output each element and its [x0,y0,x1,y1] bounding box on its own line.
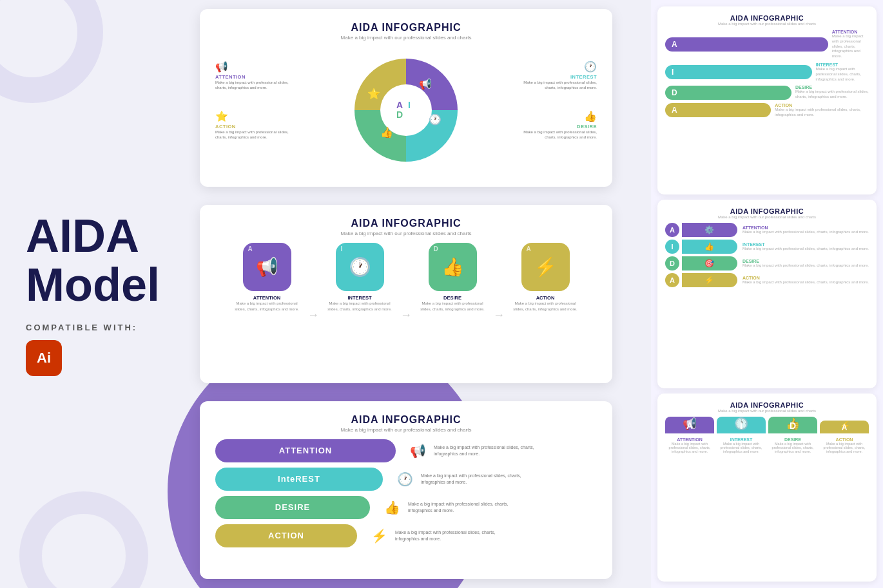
step-desire-desc: Make a big impact with professional slid… [417,301,488,312]
slide-1-pie: AIDA INFOGRAPHIC Make a big impact with … [200,9,612,187]
bar-desire-label: DESIRE [275,502,310,512]
action-icon: ⭐ [215,110,299,122]
step-attention-label: ATTENTION [253,295,280,301]
slide2-title: AIDA INFOGRAPHIC [351,218,461,229]
mini-pill-d: 🎯 [682,256,737,270]
step-attention-desc: Make a big impact with professional slid… [231,301,302,312]
step-action-box: A ⚡ [521,243,570,291]
cylinder-desire: D DESIRE Make a big impact with professi… [665,85,869,100]
svg-text:👍: 👍 [380,126,393,138]
right1-title: AIDA INFOGRAPHIC [665,14,869,22]
ai-badge: Ai [26,340,62,376]
right2-subtitle: Make a big impact with our professional … [665,215,869,219]
svg-text:D: D [396,109,403,120]
interest-label-group: 🕐 INTEREST Make a big impact with profes… [513,61,597,91]
slide-2-steps: AIDA INFOGRAPHIC Make a big impact with … [200,205,612,383]
svg-text:⭐: ⭐ [367,88,380,100]
cylinder-interest: I INTEREST Make a big impact with profes… [665,62,869,82]
mini-pill-a1-labels: ATTENTION Make a big impact with profess… [742,225,869,235]
svg-text:📢: 📢 [419,78,432,90]
step-interest-desc: Make a big impact with professional slid… [324,301,395,312]
slide2-subtitle: Make a big impact with our professional … [341,231,472,236]
col-label-a: ATTENTION Make a big impact with profess… [665,437,714,453]
bar-action-text: Make a big impact with professional slid… [395,529,498,542]
bar-desire-text: Make a big impact with professional slid… [408,501,511,514]
mini-circle-d: D [665,256,679,270]
step-desire: D 👍 DESIRE Make a big impact with profes… [417,243,488,312]
step-desire-label: DESIRE [443,295,461,301]
bar-action-pill: ACTION [215,524,357,547]
col-labels-row: ATTENTION Make a big impact with profess… [665,437,869,453]
bar-action-icon: ⚡ [371,528,387,544]
interest-text: Make a big impact with professional slid… [513,80,597,91]
col-box-a: 📢 A [665,417,714,433]
slide3-title: AIDA INFOGRAPHIC [351,414,461,426]
arrow-3: → [493,308,505,322]
action-text: Make a big impact with professional slid… [215,129,299,140]
slide1-left-labels: 📢 ATTENTION Make a big impact with profe… [215,61,299,160]
left-panel: AIDAModel COMPATIBLE WITH: Ai [0,0,187,588]
right1-subtitle: Make a big impact with our professional … [665,22,869,26]
bar-attention-icon: 📢 [410,443,426,459]
svg-text:I: I [408,100,411,110]
attention-text: Make a big impact with professional slid… [215,80,299,91]
col-box-a2: ⚡ A [820,421,869,433]
col-box-d: 👍 D [768,417,817,433]
mini-pill-action: A ⚡ ACTION Make a big impact with profes… [665,273,869,287]
step-attention: A 📢 ATTENTION Make a big impact with pro… [231,243,302,312]
mini-pill-a2: ⚡ [682,273,737,287]
bar-interest: InteREST 🕐 Make a big impact with profes… [215,468,597,491]
col-box-i: 🕐 I [717,417,766,433]
step-interest-box: I 🕐 [336,243,384,291]
col-i: 🕐 I [717,417,766,433]
cylinder-action: A ACTION Make a big impact with professi… [665,103,869,118]
action-label-group: ⭐ ACTION Make a big impact with professi… [215,110,299,140]
right-mini-slide-2: AIDA INFOGRAPHIC Make a big impact with … [657,200,877,388]
svg-text:A: A [396,100,403,110]
col-label-i: INTEREST Make a big impact with professi… [717,437,766,453]
mini-pill-desire: D 🎯 DESIRE Make a big impact with profes… [665,256,869,270]
bar-attention-text: Make a big impact with professional slid… [434,444,537,457]
mini-circle-i: I [665,240,679,254]
mini-circle-a1: A [665,223,679,237]
mini-pill-i: 👍 [682,240,737,254]
step-attention-box: A 📢 [243,243,291,291]
compatible-label: COMPATIBLE WITH: [26,323,137,332]
desire-title: DESIRE [513,124,597,129]
cylinder-action: A [665,103,771,117]
mini-pill-interest: I 👍 INTEREST Make a big impact with prof… [665,240,869,254]
action-title: ACTION [215,124,299,129]
desire-label-group: 👍 DESIRE Make a big impact with professi… [513,110,597,140]
bar-interest-text: Make a big impact with professional slid… [421,473,524,486]
right2-title: AIDA INFOGRAPHIC [665,207,869,215]
cylinder-attention: A ATTENTION Make a big impact with profe… [665,30,869,59]
svg-text:🕐: 🕐 [429,113,442,126]
right-mini-slide-3: AIDA INFOGRAPHIC Make a big impact with … [657,394,877,582]
slide1-pie-chart: A I D 📢 🕐 👍 ⭐ [348,52,464,168]
mini-circle-a2: A [665,273,679,287]
step-interest: I 🕐 INTEREST Make a big impact with prof… [324,243,395,312]
cylinder-action-labels: ACTION Make a big impact with profession… [775,103,869,118]
col-a: 📢 A [665,417,714,433]
interest-icon: 🕐 [513,61,597,73]
right-panel: AIDA INFOGRAPHIC Make a big impact with … [651,0,883,588]
arrow-2: → [400,308,412,322]
slide1-content: 📢 ATTENTION Make a big impact with profe… [215,46,597,174]
bar-interest-icon: 🕐 [397,471,413,487]
col-label-d: DESIRE Make a big impact with profession… [768,437,817,453]
right-mini-slide-1: AIDA INFOGRAPHIC Make a big impact with … [657,6,877,194]
bar-desire-pill: DESIRE [215,496,370,519]
mini-pill-i-labels: INTEREST Make a big impact with professi… [742,242,869,252]
slide1-subtitle: Make a big impact with our professional … [341,35,472,41]
cylinder-a-labels: ATTENTION Make a big impact with profess… [832,30,869,59]
bar-action-label: ACTION [268,531,304,540]
col-label-a2: ACTION Make a big impact with profession… [820,437,869,453]
slide1-title: AIDA INFOGRAPHIC [351,22,461,33]
cylinder-d: D [665,86,791,100]
bar-desire-icon: 👍 [384,500,400,515]
bar-interest-label: InteREST [278,474,320,484]
main-title: AIDAModel [26,212,160,309]
bar-desire: DESIRE 👍 Make a big impact with professi… [215,496,597,519]
arrow-1: → [307,308,319,322]
slide3-subtitle: Make a big impact with our professional … [341,427,472,433]
